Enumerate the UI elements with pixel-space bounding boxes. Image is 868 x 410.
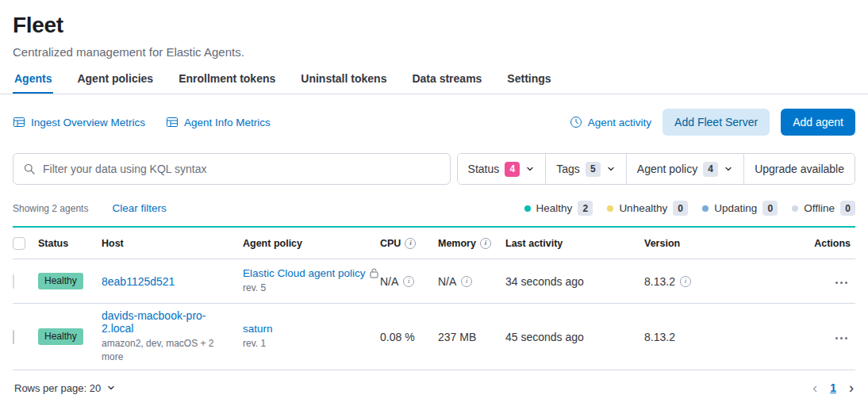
info-icon[interactable] xyxy=(461,276,472,287)
tab-bar: Agents Agent policies Enrollment tokens … xyxy=(0,71,868,94)
kql-search-box xyxy=(13,153,451,185)
info-icon[interactable] xyxy=(405,238,416,249)
column-header-memory: Memory xyxy=(438,238,505,249)
updating-dot-icon xyxy=(702,205,709,212)
chevron-down-icon xyxy=(724,164,733,174)
cpu-header-label: CPU xyxy=(380,238,401,249)
upgrade-available-filter-button[interactable]: Upgrade available xyxy=(743,154,855,184)
info-icon[interactable] xyxy=(403,276,414,287)
legend-unhealthy-count: 0 xyxy=(673,201,688,216)
clock-icon xyxy=(570,116,582,128)
status-filter-button[interactable]: Status 4 xyxy=(458,154,546,184)
policy-revision: rev. 1 xyxy=(243,337,367,351)
host-link[interactable]: 8eab1125d521 xyxy=(102,275,175,288)
add-fleet-server-button[interactable]: Add Fleet Server xyxy=(663,109,770,136)
row-actions-menu-icon[interactable] xyxy=(832,332,851,344)
legend-healthy-count: 2 xyxy=(578,201,593,216)
agent-policy-filter-button[interactable]: Agent policy 4 xyxy=(626,154,743,184)
chevron-down-icon xyxy=(106,383,116,393)
tab-settings[interactable]: Settings xyxy=(505,71,552,94)
previous-page-icon[interactable] xyxy=(812,381,817,395)
metrics-links: Ingest Overview Metrics Agent Info Metri… xyxy=(13,116,271,128)
row-select-cell xyxy=(13,331,38,343)
host-link[interactable]: davids-macbook-pro-2.local xyxy=(102,309,206,335)
last-activity-cell: 34 seconds ago xyxy=(505,275,644,288)
agent-policy-filter-label: Agent policy xyxy=(637,163,697,175)
cpu-cell: 0.08 % xyxy=(380,331,438,343)
select-all-checkbox[interactable] xyxy=(13,237,25,250)
status-filter-label: Status xyxy=(468,163,500,175)
chevron-down-icon xyxy=(525,164,535,174)
metrics-table-icon xyxy=(13,116,25,128)
next-page-icon[interactable] xyxy=(849,381,854,395)
tags-filter-label: Tags xyxy=(556,163,580,175)
filter-row: Status 4 Tags 5 Agent policy 4 xyxy=(13,153,855,185)
legend-updating-label: Updating xyxy=(714,202,757,214)
memory-cell: N/A xyxy=(438,275,505,288)
cpu-cell: N/A xyxy=(380,275,438,288)
cpu-value: N/A xyxy=(380,275,398,288)
tab-uninstall-tokens[interactable]: Uninstall tokens xyxy=(299,71,388,94)
agents-content: Ingest Overview Metrics Agent Info Metri… xyxy=(0,109,868,395)
row-actions-menu-icon[interactable] xyxy=(832,277,851,289)
status-filter-count-badge: 4 xyxy=(505,162,520,177)
agent-policy-cell: Elastic Cloud agent policy rev. 5 xyxy=(243,267,380,295)
metrics-table-icon xyxy=(166,116,179,128)
agent-activity-link[interactable]: Agent activity xyxy=(570,116,651,128)
toolbar-right: Agent activity Add Fleet Server Add agen… xyxy=(570,109,855,136)
tags-filter-button[interactable]: Tags 5 xyxy=(545,154,626,184)
row-checkbox[interactable] xyxy=(13,274,14,289)
tags-filter-count-badge: 5 xyxy=(586,162,601,177)
pagination: 1 xyxy=(812,381,854,395)
tab-data-streams[interactable]: Data streams xyxy=(410,71,483,94)
row-select-cell xyxy=(13,275,38,288)
memory-value: N/A xyxy=(438,275,456,288)
legend-updating-count: 0 xyxy=(762,201,778,216)
table-header-row: Status Host Agent policy CPU Memory Last… xyxy=(13,228,855,259)
column-header-actions: Actions xyxy=(814,238,855,249)
last-activity-cell: 45 seconds ago xyxy=(505,331,644,343)
tab-agents[interactable]: Agents xyxy=(13,71,53,94)
memory-cell: 237 MB xyxy=(438,331,505,343)
healthy-dot-icon xyxy=(524,205,531,212)
select-all-cell xyxy=(13,237,38,250)
memory-header-label: Memory xyxy=(438,238,476,249)
agent-policy-link[interactable]: Elastic Cloud agent policy xyxy=(243,267,366,279)
info-icon[interactable] xyxy=(680,276,691,287)
agent-policy-link[interactable]: saturn xyxy=(243,323,273,335)
host-tags: amazon2, dev, macOS + 2 more xyxy=(102,337,230,365)
search-icon xyxy=(23,163,36,175)
memory-value: 237 MB xyxy=(438,331,476,343)
filter-group: Status 4 Tags 5 Agent policy 4 xyxy=(457,153,855,185)
legend-unhealthy-label: Unhealthy xyxy=(619,202,667,214)
kql-search-input[interactable] xyxy=(43,163,440,175)
add-agent-button[interactable]: Add agent xyxy=(781,109,855,136)
version-cell: 8.13.2 xyxy=(644,331,792,343)
status-badge: Healthy xyxy=(38,328,83,344)
version-value: 8.13.2 xyxy=(644,275,675,288)
status-cell: Healthy xyxy=(38,273,102,289)
info-icon[interactable] xyxy=(480,238,491,249)
version-value: 8.13.2 xyxy=(644,331,675,343)
tab-enrollment-tokens[interactable]: Enrollment tokens xyxy=(177,71,277,94)
column-header-status: Status xyxy=(38,238,102,249)
legend-offline-count: 0 xyxy=(840,201,855,216)
agent-info-metrics-link[interactable]: Agent Info Metrics xyxy=(166,116,271,128)
column-header-agent-policy: Agent policy xyxy=(243,238,380,249)
legend-item-healthy: Healthy 2 xyxy=(524,201,593,216)
agents-table: Status Host Agent policy CPU Memory Last… xyxy=(13,226,855,370)
row-checkbox[interactable] xyxy=(13,330,14,344)
tab-agent-policies[interactable]: Agent policies xyxy=(75,71,155,94)
cpu-value: 0.08 % xyxy=(380,331,415,343)
clear-filters-link[interactable]: Clear filters xyxy=(112,202,166,214)
health-legend: Healthy 2 Unhealthy 0 Updating 0 Offline… xyxy=(524,201,855,216)
chevron-down-icon xyxy=(606,164,616,174)
ingest-overview-metrics-link[interactable]: Ingest Overview Metrics xyxy=(13,116,145,128)
legend-healthy-label: Healthy xyxy=(536,202,573,214)
rows-per-page-button[interactable]: Rows per page: 20 xyxy=(14,382,116,394)
column-header-version: Version xyxy=(644,238,792,249)
page-number-1[interactable]: 1 xyxy=(830,381,836,394)
toolbar: Ingest Overview Metrics Agent Info Metri… xyxy=(13,109,855,136)
legend-offline-label: Offline xyxy=(804,202,835,214)
agent-policy-cell: saturn rev. 1 xyxy=(243,323,380,351)
